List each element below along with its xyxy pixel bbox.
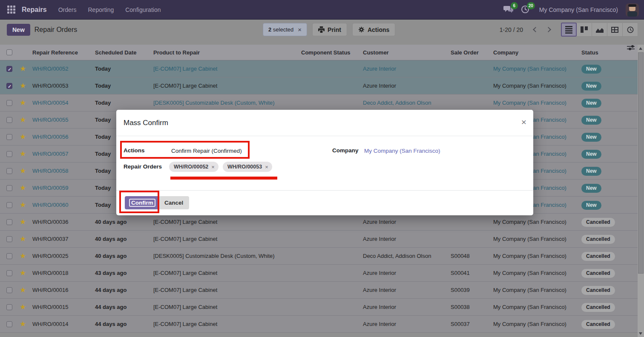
favorite-star-icon[interactable]: ★ (20, 184, 26, 192)
row-checkbox[interactable] (6, 168, 12, 174)
favorite-star-icon[interactable]: ★ (20, 65, 26, 73)
cell-scheduled-date: 40 days ago (95, 248, 126, 265)
row-checkbox[interactable] (6, 100, 12, 106)
new-button[interactable]: New (7, 24, 30, 36)
cell-repair-reference: WH/RO/00025 (32, 248, 69, 265)
user-avatar[interactable] (626, 3, 639, 17)
header-component-status[interactable]: Component Status (301, 45, 351, 60)
cell-repair-reference: WH/RO/00052 (32, 60, 69, 77)
scroll-down-icon[interactable] (639, 332, 642, 335)
favorite-star-icon[interactable]: ★ (20, 201, 26, 209)
actions-field-value[interactable]: Confirm Repair (Confirmed) (171, 148, 242, 154)
favorite-star-icon[interactable]: ★ (20, 116, 26, 124)
row-checkbox[interactable] (6, 83, 12, 89)
row-checkbox[interactable] (6, 236, 12, 242)
status-badge: Cancelled (581, 218, 615, 227)
status-badge: Cancelled (581, 303, 615, 312)
row-checkbox[interactable] (6, 202, 12, 208)
status-badge: New (581, 82, 601, 91)
messages-button[interactable]: 6 (503, 5, 515, 15)
tag-delete-icon[interactable]: × (265, 164, 268, 170)
table-row[interactable]: ★ WH/RO/00016 44 days ago [E-COM07] Larg… (0, 282, 638, 299)
scroll-up-icon[interactable] (639, 47, 642, 50)
view-activity-button[interactable] (622, 23, 638, 37)
pager-next-button[interactable] (542, 23, 555, 37)
row-checkbox[interactable] (6, 321, 12, 327)
cell-sale-order: S00037 (451, 316, 470, 333)
favorite-star-icon[interactable]: ★ (20, 269, 26, 277)
cell-repair-reference: WH/RO/00014 (32, 316, 69, 333)
menu-reporting[interactable]: Reporting (88, 6, 114, 13)
table-row[interactable]: ★ WH/RO/00054 Today [DESK0005] Customiza… (0, 94, 638, 111)
print-button[interactable]: Print (312, 23, 347, 36)
apps-menu-icon[interactable] (7, 6, 15, 14)
row-checkbox[interactable] (6, 253, 12, 259)
view-graph-button[interactable] (592, 23, 607, 37)
select-all-checkbox[interactable] (6, 49, 12, 55)
view-switcher (561, 23, 638, 37)
table-row[interactable]: ★ WH/RO/00052 Today [E-COM07] Large Cabi… (0, 60, 638, 77)
menu-configuration[interactable]: Configuration (125, 6, 161, 13)
header-status[interactable]: Status (581, 45, 598, 60)
confirm-button[interactable]: Confirm (125, 196, 160, 209)
cell-customer: Azure Interior (363, 214, 396, 231)
table-row[interactable]: ★ WH/RO/00015 44 days ago [E-COM07] Larg… (0, 299, 638, 316)
table-row[interactable]: ★ WH/RO/00037 40 days ago [E-COM07] Larg… (0, 231, 638, 248)
menu-orders[interactable]: Orders (58, 6, 77, 13)
cell-customer: Azure Interior (363, 282, 396, 299)
company-field-value[interactable]: My Company (San Francisco) (364, 148, 440, 154)
header-repair-reference[interactable]: Repair Reference (32, 45, 78, 60)
header-company[interactable]: Company (493, 45, 518, 60)
cell-sale-order: S00041 (451, 265, 470, 282)
favorite-star-icon[interactable]: ★ (20, 252, 26, 260)
view-list-button[interactable] (561, 23, 577, 37)
favorite-star-icon[interactable]: ★ (20, 303, 26, 311)
row-checkbox[interactable] (6, 66, 12, 72)
row-checkbox[interactable] (6, 219, 12, 225)
activities-button[interactable]: 20 (520, 5, 532, 15)
scrollbar-thumb[interactable] (638, 52, 644, 274)
table-row[interactable]: ★ WH/RO/00053 Today [E-COM07] Large Cabi… (0, 77, 638, 94)
optional-columns-button[interactable] (627, 45, 635, 60)
favorite-star-icon[interactable]: ★ (20, 286, 26, 294)
cancel-button[interactable]: Cancel (158, 196, 189, 209)
row-checkbox[interactable] (6, 304, 12, 310)
header-scheduled-date[interactable]: Scheduled Date (95, 45, 137, 60)
clear-selection-icon[interactable]: × (298, 26, 302, 33)
row-checkbox[interactable] (6, 117, 12, 123)
header-product[interactable]: Product to Repair (153, 45, 200, 60)
header-customer[interactable]: Customer (363, 45, 389, 60)
cell-scheduled-date: 40 days ago (95, 231, 126, 248)
favorite-star-icon[interactable]: ★ (20, 82, 26, 90)
vertical-scrollbar[interactable] (638, 45, 644, 337)
repair-orders-tags[interactable]: WH/RO/00052 × WH/RO/00053 × (169, 162, 272, 172)
close-icon[interactable]: × (521, 117, 526, 127)
favorite-star-icon[interactable]: ★ (20, 235, 26, 243)
gear-icon (358, 26, 365, 33)
view-pivot-button[interactable] (607, 23, 623, 37)
header-sale-order[interactable]: Sale Order (451, 45, 479, 60)
company-switcher[interactable]: My Company (San Francisco) (539, 6, 618, 13)
row-checkbox[interactable] (6, 185, 12, 191)
row-checkbox[interactable] (6, 287, 12, 293)
status-badge: New (581, 201, 601, 210)
row-checkbox[interactable] (6, 270, 12, 276)
row-checkbox[interactable] (6, 151, 12, 157)
table-row[interactable]: ★ WH/RO/00018 43 days ago [E-COM07] Larg… (0, 265, 638, 282)
favorite-star-icon[interactable]: ★ (20, 167, 26, 175)
cell-sale-order: S00038 (451, 299, 470, 316)
tag-delete-icon[interactable]: × (211, 164, 215, 170)
table-row[interactable]: ★ WH/RO/00036 40 days ago [E-COM07] Larg… (0, 214, 638, 231)
table-row[interactable]: ★ WH/RO/00014 44 days ago [E-COM07] Larg… (0, 316, 638, 333)
favorite-star-icon[interactable]: ★ (20, 150, 26, 158)
actions-button[interactable]: Actions (352, 23, 395, 36)
row-checkbox[interactable] (6, 134, 12, 140)
view-kanban-button[interactable] (576, 23, 592, 37)
favorite-star-icon[interactable]: ★ (20, 320, 26, 328)
app-name[interactable]: Repairs (22, 6, 47, 14)
favorite-star-icon[interactable]: ★ (20, 99, 26, 107)
table-row[interactable]: ★ WH/RO/00025 40 days ago [DESK0005] Cus… (0, 248, 638, 265)
favorite-star-icon[interactable]: ★ (20, 133, 26, 141)
favorite-star-icon[interactable]: ★ (20, 218, 26, 226)
pager-previous-button[interactable] (529, 23, 542, 37)
